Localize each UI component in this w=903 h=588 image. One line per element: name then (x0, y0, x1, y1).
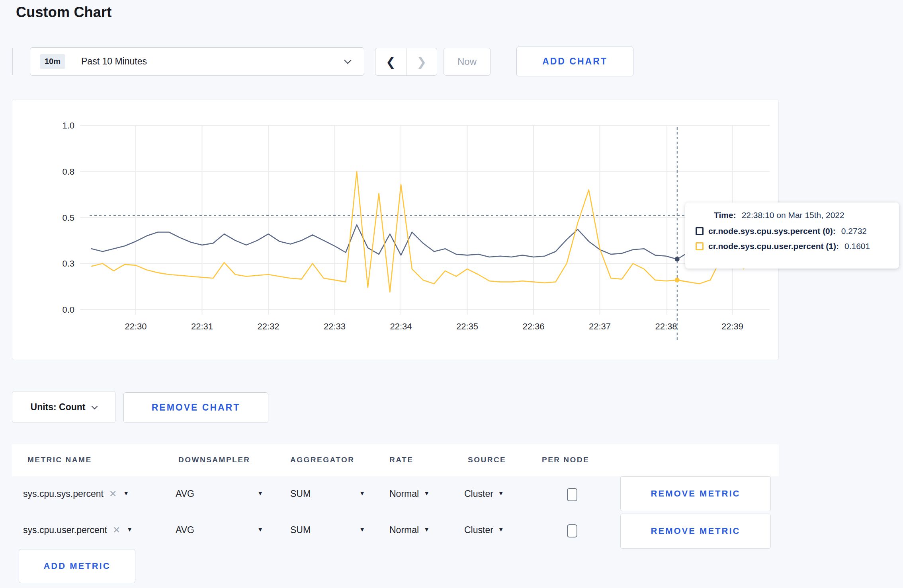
per-node-checkbox[interactable] (567, 488, 577, 501)
toolbar-left-divider (12, 48, 13, 75)
tooltip-time-label: Time: (714, 210, 736, 220)
caret-down-icon: ▼ (257, 490, 263, 496)
svg-text:22:30: 22:30 (125, 321, 147, 331)
svg-text:0.3: 0.3 (62, 259, 74, 269)
downsampler-select[interactable]: AVG ▼ (176, 489, 263, 499)
downsampler-select[interactable]: AVG ▼ (176, 525, 263, 535)
svg-text:22:32: 22:32 (257, 321, 279, 331)
aggregator-select[interactable]: SUM ▼ (290, 489, 365, 499)
col-header-source: SOURCE (468, 456, 506, 464)
series-swatch-sys-icon (696, 227, 704, 235)
col-header-downsampler: DOWNSAMPLER (178, 456, 250, 464)
chart-tooltip: Time: 22:38:10 on Mar 15th, 2022 cr.node… (685, 202, 899, 269)
svg-text:22:34: 22:34 (390, 321, 412, 331)
svg-text:22:37: 22:37 (589, 321, 611, 331)
add-metric-button[interactable]: ADD METRIC (19, 549, 135, 583)
chart-panel: 0.00.30.50.81.022:3022:3122:3222:3322:34… (12, 99, 779, 360)
remove-metric-button[interactable]: REMOVE METRIC (620, 514, 771, 549)
clear-metric-icon[interactable]: ✕ (109, 489, 117, 499)
svg-text:22:33: 22:33 (324, 321, 346, 331)
col-header-per-node: PER NODE (542, 456, 589, 464)
caret-down-icon: ▼ (424, 526, 430, 533)
svg-text:22:38: 22:38 (655, 321, 677, 331)
clear-metric-icon[interactable]: ✕ (113, 525, 120, 535)
chevron-down-icon (344, 56, 351, 64)
metric-name-select[interactable]: sys.cpu.user.percent ✕ ▼ (23, 525, 133, 535)
caret-down-icon: ▼ (498, 490, 504, 496)
time-nav-group: ❮ ❯ (375, 48, 437, 76)
time-range-badge: 10m (40, 54, 65, 69)
time-range-select[interactable]: 10m Past 10 Minutes (30, 47, 364, 76)
per-node-checkbox[interactable] (567, 524, 577, 537)
svg-text:22:39: 22:39 (721, 321, 743, 331)
rate-select[interactable]: Normal ▼ (389, 525, 430, 535)
line-chart[interactable]: 0.00.30.50.81.022:3022:3122:3222:3322:34… (12, 99, 779, 360)
source-select[interactable]: Cluster ▼ (464, 525, 504, 535)
caret-down-icon: ▼ (359, 526, 365, 533)
add-chart-button[interactable]: ADD CHART (516, 47, 633, 76)
caret-down-icon: ▼ (257, 526, 263, 533)
metrics-table-header: METRIC NAME DOWNSAMPLER AGGREGATOR RATE … (12, 444, 779, 476)
caret-down-icon: ▼ (359, 490, 365, 496)
custom-chart-page: Custom Chart 10m Past 10 Minutes ❮ ❯ Now… (0, 0, 903, 588)
aggregator-select[interactable]: SUM ▼ (290, 525, 365, 535)
tooltip-series-label: cr.node.sys.cpu.sys.percent (0): (708, 226, 836, 236)
svg-text:0.8: 0.8 (62, 167, 74, 177)
time-range-label: Past 10 Minutes (81, 56, 147, 67)
svg-text:0.5: 0.5 (62, 213, 74, 223)
svg-text:22:31: 22:31 (191, 321, 213, 331)
caret-down-icon: ▼ (123, 490, 129, 496)
tooltip-series-label: cr.node.sys.cpu.user.percent (1): (708, 241, 839, 251)
now-button[interactable]: Now (444, 48, 491, 76)
units-label: Units: Count (31, 402, 86, 413)
chevron-down-icon (92, 403, 98, 409)
chevron-right-icon: ❯ (416, 55, 426, 69)
caret-down-icon: ▼ (127, 526, 133, 533)
tooltip-series-value: 0.1601 (844, 241, 870, 251)
time-forward-button[interactable]: ❯ (407, 48, 437, 75)
col-header-aggregator: AGGREGATOR (290, 456, 355, 464)
col-header-metric-name: METRIC NAME (27, 456, 92, 464)
series-swatch-user-icon (696, 242, 704, 250)
page-title: Custom Chart (16, 4, 111, 21)
col-header-rate: RATE (389, 456, 413, 464)
remove-chart-button[interactable]: REMOVE CHART (123, 392, 268, 423)
tooltip-series-value: 0.2732 (841, 226, 867, 236)
remove-metric-button[interactable]: REMOVE METRIC (620, 476, 771, 511)
svg-text:1.0: 1.0 (62, 121, 74, 130)
svg-text:22:36: 22:36 (522, 321, 544, 331)
svg-text:22:35: 22:35 (456, 321, 478, 331)
caret-down-icon: ▼ (424, 490, 430, 496)
metric-name-select[interactable]: sys.cpu.sys.percent ✕ ▼ (23, 489, 129, 499)
tooltip-time-value: 22:38:10 on Mar 15th, 2022 (742, 210, 844, 220)
source-select[interactable]: Cluster ▼ (464, 489, 504, 499)
svg-text:0.0: 0.0 (62, 305, 74, 315)
caret-down-icon: ▼ (498, 526, 504, 533)
units-select[interactable]: Units: Count (12, 391, 115, 423)
chevron-left-icon: ❮ (386, 55, 396, 69)
time-back-button[interactable]: ❮ (375, 48, 407, 75)
rate-select[interactable]: Normal ▼ (389, 489, 430, 499)
